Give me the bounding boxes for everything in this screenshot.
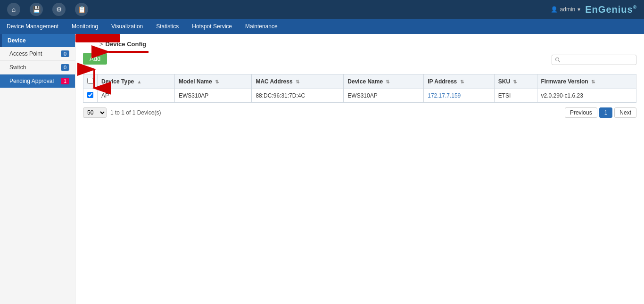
sidebar-item-access-point[interactable]: Access Point 0: [0, 47, 75, 61]
nav-statistics[interactable]: Statistics: [149, 19, 185, 34]
admin-user[interactable]: 👤 admin ▾: [551, 6, 581, 13]
sort-sku-icon: ⇅: [513, 79, 517, 84]
pagination-info-text: 1 to 1 of 1 Device(s): [110, 109, 161, 116]
nav-bar: Device Management Monitoring Visualizati…: [0, 19, 644, 34]
pagination-controls: Previous 1 Next: [565, 107, 636, 118]
main-layout: Device Access Point 0 Switch 0 Pending A…: [0, 34, 644, 304]
sidebar-item-pending-approval[interactable]: Pending Approval 1: [0, 74, 75, 88]
row-model-name: EWS310AP: [175, 89, 252, 103]
dropdown-arrow-icon: ▾: [578, 6, 580, 13]
sidebar-label-access-point: Access Point: [9, 50, 42, 57]
toolbar-row: Add: [83, 53, 636, 70]
breadcrumb-current: Device Config: [106, 41, 147, 48]
breadcrumb: ... > Device Config: [83, 40, 636, 48]
row-checkbox-cell[interactable]: [83, 89, 98, 103]
sidebar-item-switch[interactable]: Switch 0: [0, 61, 75, 74]
select-all-checkbox[interactable]: [87, 78, 93, 84]
pagination-info: 50 1 to 1 of 1 Device(s): [83, 107, 161, 118]
current-page-button[interactable]: 1: [599, 107, 613, 118]
save-icon[interactable]: 💾: [30, 3, 43, 16]
sort-firmware-icon: ⇅: [591, 79, 595, 84]
next-page-button[interactable]: Next: [614, 107, 636, 118]
col-checkbox: [83, 74, 98, 89]
clipboard-icon[interactable]: 📋: [75, 3, 88, 16]
sidebar-badge-switch: 0: [61, 64, 69, 71]
sort-ip-address-icon: ⇅: [460, 79, 464, 84]
row-firmware-version: v2.0.290-c1.6.23: [537, 89, 636, 103]
brand-logo: EnGenius®: [585, 4, 637, 15]
header-right: 👤 admin ▾ EnGenius®: [551, 4, 637, 15]
row-ip-address[interactable]: 172.17.7.159: [424, 89, 495, 103]
nav-maintenance[interactable]: Maintenance: [239, 19, 284, 34]
sort-model-name-icon: ⇅: [215, 79, 219, 84]
pagination-bar: 50 1 to 1 of 1 Device(s) Previous 1 Next: [83, 107, 636, 118]
header-icons: ⌂ 💾 ⚙ 📋: [7, 3, 88, 16]
admin-label: admin: [560, 6, 576, 13]
sidebar-badge-pending-approval: 1: [61, 78, 69, 84]
add-button[interactable]: Add: [83, 53, 107, 65]
col-device-name[interactable]: Device Name ⇅: [344, 74, 424, 89]
content-area: ... > Device Config Add Device Type ▲: [75, 34, 644, 304]
search-input[interactable]: [552, 55, 636, 65]
nav-monitoring[interactable]: Monitoring: [65, 19, 105, 34]
table-header-row: Device Type ▲ Model Name ⇅ MAC Address ⇅…: [83, 74, 636, 89]
sidebar-label-switch: Switch: [9, 64, 26, 71]
search-container: [552, 55, 636, 65]
page-size-select[interactable]: 50: [83, 107, 107, 118]
col-firmware-version[interactable]: Firmware Version ⇅: [537, 74, 636, 89]
nav-device-management[interactable]: Device Management: [0, 19, 65, 34]
table-row: AP EWS310AP 88:DC:96:31:7D:4C EWS310AP 1…: [83, 89, 636, 103]
col-mac-address[interactable]: MAC Address ⇅: [252, 74, 344, 89]
row-sku: ETSI: [494, 89, 537, 103]
settings-icon[interactable]: ⚙: [52, 3, 66, 16]
nav-visualization[interactable]: Visualization: [105, 19, 149, 34]
row-checkbox[interactable]: [87, 92, 93, 98]
row-device-type: AP: [98, 89, 175, 103]
user-icon: 👤: [551, 6, 558, 13]
prev-page-button[interactable]: Previous: [565, 107, 597, 118]
breadcrumb-separator: >: [99, 41, 103, 48]
sidebar-label-pending-approval: Pending Approval: [9, 78, 54, 84]
col-device-type[interactable]: Device Type ▲: [98, 74, 175, 89]
row-mac-address: 88:DC:96:31:7D:4C: [252, 89, 344, 103]
sort-device-name-icon: ⇅: [386, 79, 389, 84]
home-icon[interactable]: ⌂: [7, 3, 20, 16]
nav-hotspot-service[interactable]: Hotspot Service: [185, 19, 239, 34]
sort-mac-address-icon: ⇅: [296, 79, 299, 84]
col-model-name[interactable]: Model Name ⇅: [175, 74, 252, 89]
top-header: ⌂ 💾 ⚙ 📋 👤 admin ▾ EnGenius®: [0, 0, 644, 19]
col-sku[interactable]: SKU ⇅: [494, 74, 537, 89]
sidebar: Device Access Point 0 Switch 0 Pending A…: [0, 34, 75, 304]
sort-device-type-icon: ▲: [137, 79, 142, 84]
sidebar-section-device: Device: [0, 34, 75, 47]
col-ip-address[interactable]: IP Address ⇅: [424, 74, 495, 89]
device-table: Device Type ▲ Model Name ⇅ MAC Address ⇅…: [83, 74, 636, 103]
row-device-name: EWS310AP: [344, 89, 424, 103]
sidebar-badge-access-point: 0: [61, 50, 69, 57]
